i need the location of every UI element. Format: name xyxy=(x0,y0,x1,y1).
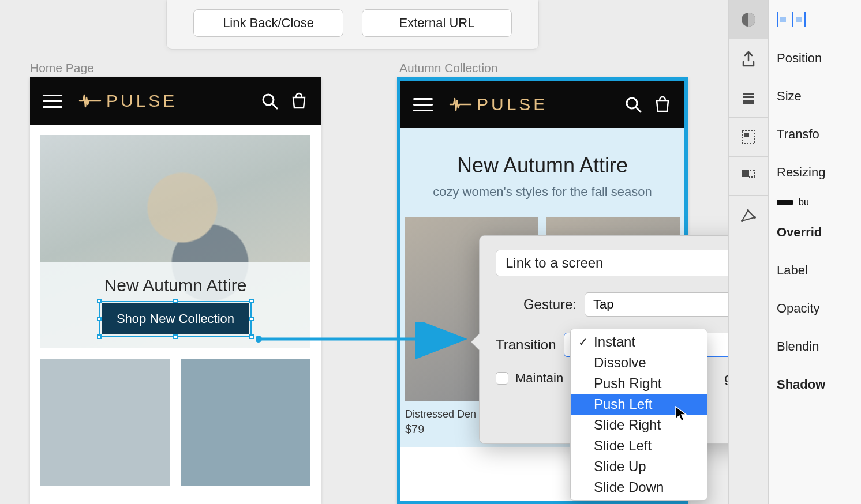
svg-point-15 xyxy=(754,216,756,219)
svg-rect-18 xyxy=(792,12,793,27)
svg-rect-17 xyxy=(780,17,786,22)
svg-rect-16 xyxy=(777,12,778,27)
svg-point-14 xyxy=(747,209,749,212)
inspector-tab-style[interactable] xyxy=(729,0,768,39)
checkmark-icon: ✓ xyxy=(578,335,588,349)
maintain-scroll-checkbox[interactable] xyxy=(496,372,508,385)
dropdown-item-slide-left[interactable]: Slide Left xyxy=(571,435,707,456)
export-icon[interactable] xyxy=(729,39,768,78)
shopping-bag-icon[interactable] xyxy=(290,92,308,110)
inspector-prop-size[interactable]: Size xyxy=(769,77,861,115)
artboard-label-autumn[interactable]: Autumn Collection xyxy=(399,61,497,75)
dropdown-item-label: Push Right xyxy=(594,375,661,392)
dropdown-item-dissolve[interactable]: Dissolve xyxy=(571,352,707,373)
resize-handle[interactable] xyxy=(97,334,102,339)
dropdown-item-label: Slide Right xyxy=(594,417,661,433)
collection-header: New Autumn Attire cozy women's styles fo… xyxy=(400,128,684,217)
brand: PULSE xyxy=(449,95,548,114)
dropdown-item-label: Dissolve xyxy=(594,355,646,371)
layer-name: bu xyxy=(799,197,809,208)
selected-element[interactable]: Shop New Collection xyxy=(102,303,249,334)
svg-rect-20 xyxy=(796,17,802,22)
svg-point-13 xyxy=(741,220,743,222)
resize-handle[interactable] xyxy=(249,317,254,321)
search-icon[interactable] xyxy=(624,96,642,113)
dropdown-item-instant[interactable]: ✓Instant xyxy=(571,332,707,352)
inspector-prop-transform[interactable]: Transfo xyxy=(769,115,861,153)
layer-swatch-icon xyxy=(777,200,793,205)
svg-rect-10 xyxy=(744,133,749,137)
transform-icon[interactable] xyxy=(729,196,768,235)
layout-icon[interactable] xyxy=(729,118,768,157)
artboard-label-home[interactable]: Home Page xyxy=(30,61,94,75)
resize-handle[interactable] xyxy=(97,299,102,303)
resize-handle[interactable] xyxy=(173,334,178,339)
hamburger-icon[interactable] xyxy=(43,95,62,108)
dropdown-item-slide-up[interactable]: Slide Up xyxy=(571,456,707,477)
inspector-section-shadow[interactable]: Shadow xyxy=(769,366,861,404)
thumbnail-row xyxy=(40,359,310,486)
resize-handle[interactable] xyxy=(249,334,254,339)
dropdown-item-label: Slide Up xyxy=(594,458,646,475)
hero-overlay: New Autumn Attire Shop New Collection xyxy=(40,262,310,348)
app-header: PULSE xyxy=(400,81,684,128)
select-value: Link to a screen xyxy=(496,255,749,271)
collection-title: New Autumn Attire xyxy=(412,153,673,178)
brand: PULSE xyxy=(78,91,177,111)
inspector-properties-column: Position Size Transfo Resizing bu Overri… xyxy=(769,0,861,504)
gesture-label: Gesture: xyxy=(496,296,577,313)
inspector-prop-opacity[interactable]: Opacity xyxy=(769,289,861,328)
stack-icon[interactable] xyxy=(729,78,768,118)
link-back-close-button[interactable]: Link Back/Close xyxy=(193,9,343,37)
search-icon[interactable] xyxy=(261,92,278,110)
select-value: Tap xyxy=(585,297,749,312)
inspector-prop-resizing[interactable]: Resizing xyxy=(769,153,861,191)
alignment-controls xyxy=(769,0,861,39)
mouse-cursor-icon xyxy=(675,406,688,422)
maintain-label: Maintain xyxy=(515,371,563,386)
pulse-logo-icon xyxy=(78,93,102,109)
app-header: PULSE xyxy=(30,77,321,125)
brand-text: PULSE xyxy=(106,91,177,111)
dropdown-item-label: Slide Left xyxy=(594,438,652,454)
align-distribute-icon[interactable] xyxy=(792,12,806,27)
svg-line-3 xyxy=(636,107,641,112)
inspector-prop-position[interactable]: Position xyxy=(769,39,861,77)
pulse-logo-icon xyxy=(449,96,472,112)
shopping-bag-icon[interactable] xyxy=(653,95,672,114)
inspector-icon-column xyxy=(728,0,769,504)
transition-label: Transition xyxy=(496,337,556,353)
dropdown-item-push-right[interactable]: Push Right xyxy=(571,373,707,394)
dropdown-item-label: Push Left xyxy=(594,396,652,412)
svg-rect-7 xyxy=(743,96,754,98)
link-type-button-group: Link Back/Close External URL xyxy=(166,0,539,50)
svg-line-1 xyxy=(272,104,277,108)
svg-rect-8 xyxy=(743,100,754,104)
inspector-section-overrides[interactable]: Overrid xyxy=(769,213,861,251)
thumbnail-image xyxy=(40,359,170,486)
dropdown-item-label: Instant xyxy=(594,334,635,350)
resize-handle[interactable] xyxy=(249,299,254,303)
inspector-panel: Position Size Transfo Resizing bu Overri… xyxy=(728,0,861,504)
artboard-home[interactable]: PULSE New Autumn Attire Shop New Collect… xyxy=(30,77,321,504)
svg-rect-6 xyxy=(743,93,754,95)
collection-subtitle: cozy women's styles for the fall season xyxy=(412,185,673,200)
shop-new-collection-button[interactable]: Shop New Collection xyxy=(102,303,249,334)
inspector-layer-row[interactable]: bu xyxy=(769,191,861,213)
brand-text: PULSE xyxy=(477,95,548,114)
svg-rect-19 xyxy=(804,12,806,27)
hero-image: New Autumn Attire Shop New Collection xyxy=(40,135,310,348)
dropdown-item-label: Slide Down xyxy=(594,479,664,495)
resize-icon[interactable] xyxy=(729,157,768,196)
resize-handle[interactable] xyxy=(97,317,102,321)
align-left-icon[interactable] xyxy=(777,12,787,27)
inspector-prop-blending[interactable]: Blendin xyxy=(769,328,861,366)
dropdown-item-slide-down[interactable]: Slide Down xyxy=(571,477,707,498)
thumbnail-image xyxy=(181,359,310,486)
external-url-button[interactable]: External URL xyxy=(362,9,512,37)
resize-handle[interactable] xyxy=(173,299,178,303)
hamburger-icon[interactable] xyxy=(413,98,433,111)
link-destination-select[interactable]: Link to a screen xyxy=(496,250,767,276)
inspector-prop-label[interactable]: Label xyxy=(769,251,861,289)
hero-title: New Autumn Attire xyxy=(104,276,247,295)
